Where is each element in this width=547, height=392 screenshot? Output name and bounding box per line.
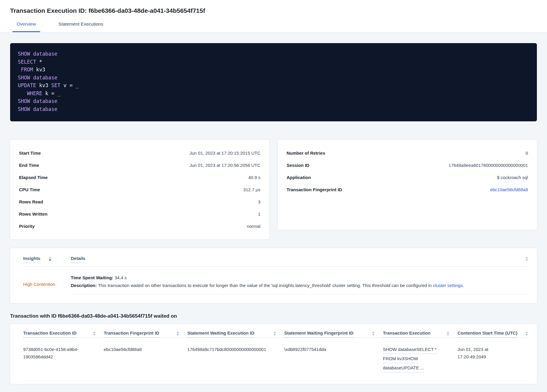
kv-value: 1 <box>258 211 260 217</box>
cluster-settings-link[interactable]: cluster settings <box>433 283 463 288</box>
main-content: SHOW database SELECT * FROM kv3 SHOW dat… <box>0 32 547 384</box>
sort-icon[interactable] <box>447 331 449 336</box>
details-header-cell[interactable]: Details <box>71 256 85 263</box>
sql-token: SELECT <box>18 59 39 65</box>
sort-down-arrow <box>177 334 179 336</box>
header-transaction-execution[interactable]: Transaction Execution <box>383 330 458 338</box>
sort-icon[interactable] <box>372 331 375 336</box>
insights-table-card: Insights Details High Contention Time Sp… <box>10 248 537 303</box>
sql-token: WHERE <box>18 90 45 96</box>
sql-token: k = _ <box>45 90 60 96</box>
insight-details-cell: Time Spent Waiting: 34.4 s Description: … <box>71 274 528 294</box>
kv-value: 40.9 s <box>248 175 260 180</box>
cell-transaction-execution-id: 9738d051-bc0e-4158-a9b4-1903586ddd42 <box>23 346 104 373</box>
insight-type-cell: High Contention <box>23 274 71 294</box>
waited-on-heading: Transaction with ID f6be6366-da03-48de-a… <box>10 313 537 319</box>
sql-line: SHOW database <box>18 97 529 105</box>
header-transaction-execution-id[interactable]: Transaction Execution ID <box>23 330 104 338</box>
sort-up-arrow <box>93 331 95 333</box>
column-label[interactable]: Transaction Execution <box>383 330 430 338</box>
sort-icon[interactable] <box>526 257 528 261</box>
sql-token: UPDATE <box>18 82 39 88</box>
sort-up-arrow <box>274 331 276 333</box>
transaction-details-page: Transaction Execution ID: f6be6366-da03-… <box>0 0 547 392</box>
column-label[interactable]: Contention Start Time (UTC) <box>458 330 517 338</box>
tab-overview[interactable]: Overview <box>12 21 40 32</box>
sort-icon[interactable] <box>526 331 528 336</box>
kv-row-application: Application$ cockroach sql <box>287 171 528 184</box>
sort-icon[interactable] <box>49 257 51 261</box>
page-title: Transaction Execution ID: f6be6366-da03-… <box>10 7 537 14</box>
kv-value: 0 <box>526 150 528 156</box>
transaction-execution-preview-line[interactable]: SHOW databaseSELECT * <box>383 346 437 354</box>
insights-table-header: Insights Details <box>23 256 528 267</box>
cell-contention-start-time: Jun 01, 2023 at 17:20:49:2049 <box>458 346 528 373</box>
row-divider <box>23 380 528 381</box>
transaction-execution-preview-line[interactable]: FROM kv3SHOW <box>383 355 418 363</box>
sort-up-arrow <box>526 257 528 258</box>
insights-header-cell[interactable]: Insights <box>23 256 71 263</box>
cell-statement-waiting-fingerprint-id: \xdb8922f077541dda <box>284 346 383 373</box>
insights-column-label[interactable]: Insights <box>23 256 40 263</box>
kv-label: Priority <box>19 224 35 229</box>
header-statement-waiting-fingerprint-id[interactable]: Statement Waiting Fingerprint ID <box>284 330 383 338</box>
waiting-label: Time Spent Waiting: <box>71 275 113 280</box>
kv-row-transaction-fingerprint-id: Transaction Fingerprint IDebc10ae56cfd88… <box>287 184 528 196</box>
column-label[interactable]: Statement Waiting Fingerprint ID <box>284 330 353 338</box>
kv-value: Jun 01, 2023 at 17:20:15:2015 UTC <box>189 150 260 156</box>
kv-row-priority: Prioritynormal <box>19 220 260 232</box>
waited-on-table-card: Transaction Execution ID Transaction Fin… <box>10 324 537 384</box>
column-label[interactable]: Transaction Execution ID <box>23 330 76 338</box>
sort-down-arrow <box>93 334 95 336</box>
kv-label: Session ID <box>287 163 309 168</box>
execution-attributes-card: Number of Retries0 Session ID17648a9eea6… <box>278 140 537 230</box>
sort-down-arrow <box>274 334 276 336</box>
kv-value: $ cockroach sql <box>497 175 528 180</box>
description-text: This transaction waited on other transac… <box>97 283 433 288</box>
sql-line: FROM kv3 <box>18 66 529 74</box>
waited-on-table-row: 9738d051-bc0e-4158-a9b4-1903586ddd42 ebc… <box>23 338 528 373</box>
kv-label: Rows Written <box>19 211 48 217</box>
insight-row: High Contention Time Spent Waiting: 34.4… <box>23 267 528 294</box>
sort-down-arrow <box>526 334 528 336</box>
kv-row-elapsed-time: Elapsed Time40.9 s <box>19 171 260 184</box>
cell-transaction-execution: SHOW databaseSELECT * FROM kv3SHOW datab… <box>383 346 458 373</box>
sql-line: SHOW database <box>18 74 529 82</box>
sort-up-arrow <box>49 257 51 258</box>
kv-row-start-time: Start TimeJun 01, 2023 at 17:20:15:2015 … <box>19 147 260 159</box>
kv-label: Number of Retries <box>287 150 325 156</box>
sort-icon[interactable] <box>274 331 276 336</box>
sort-icon[interactable] <box>93 331 95 336</box>
description-label: Description: <box>71 283 97 288</box>
waited-on-table-header: Transaction Execution ID Transaction Fin… <box>23 330 528 338</box>
details-column-label[interactable]: Details <box>71 256 85 263</box>
header-statement-waiting-execution-id[interactable]: Statement Waiting Execution ID <box>187 330 284 338</box>
transaction-fingerprint-link[interactable]: ebc10ae56cfd88a8 <box>490 187 528 192</box>
tab-statement-executions[interactable]: Statement Executions <box>54 21 108 32</box>
sort-down-arrow <box>372 334 375 336</box>
sort-down-arrow <box>447 334 449 336</box>
sql-token: SHOW database <box>18 75 57 81</box>
column-label[interactable]: Transaction Fingerprint ID <box>104 330 159 338</box>
kv-value: 312.7 µs <box>243 187 260 192</box>
sql-token: SHOW database <box>18 98 57 104</box>
kv-row-rows-written: Rows Written1 <box>19 208 260 220</box>
sql-token: kv3 <box>36 67 45 73</box>
sql-line: SHOW database <box>18 105 529 113</box>
kv-row-session-id: Session ID17648a9eea60178000000000000000… <box>287 159 528 171</box>
summary-cards-row: Start TimeJun 01, 2023 at 17:20:15:2015 … <box>10 140 537 239</box>
high-contention-badge: High Contention <box>23 282 55 287</box>
sort-down-arrow <box>526 259 528 261</box>
kv-label: Elapsed Time <box>19 175 48 180</box>
header-transaction-fingerprint-id[interactable]: Transaction Fingerprint ID <box>104 330 187 338</box>
sort-icon[interactable] <box>177 331 179 336</box>
sql-line: SHOW database <box>18 50 529 58</box>
waiting-value: 34.4 s <box>113 275 127 280</box>
header-contention-start-time[interactable]: Contention Start Time (UTC) <box>458 330 528 338</box>
kv-value: Jun 01, 2023 at 17:20:56:2056 UTC <box>189 163 260 168</box>
sql-token: SHOW database <box>18 51 57 57</box>
column-label[interactable]: Statement Waiting Execution ID <box>187 330 254 338</box>
kv-value: 17648a9eea6017800000000000000001 <box>449 163 528 168</box>
kv-label: Start Time <box>19 150 41 156</box>
transaction-execution-preview-line[interactable]: databaseUPDATE ... <box>383 364 424 372</box>
